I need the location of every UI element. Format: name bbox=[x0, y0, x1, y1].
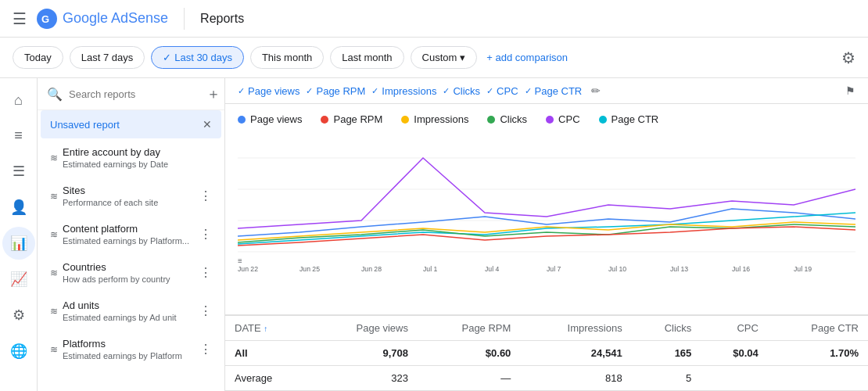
custom-button[interactable]: Custom ▾ bbox=[411, 46, 478, 69]
sidebar-search-area: 🔍 ＋ bbox=[38, 78, 224, 110]
ad-units-more-icon[interactable]: ⋮ bbox=[199, 303, 212, 318]
cell-all-page-rpm: $0.60 bbox=[418, 341, 520, 366]
col-header-clicks[interactable]: Clicks bbox=[632, 316, 701, 341]
cell-avg-page-views: 323 bbox=[310, 366, 418, 391]
sites-sub: Performance of each site bbox=[63, 198, 199, 207]
svg-text:Jul 1: Jul 1 bbox=[423, 265, 437, 273]
svg-text:Jul 4: Jul 4 bbox=[485, 265, 499, 273]
cell-avg-page-ctr bbox=[768, 366, 868, 391]
nav-globe-icon[interactable]: 🌐 bbox=[2, 335, 35, 368]
cell-all-date: All bbox=[225, 341, 310, 366]
svg-text:Jul 19: Jul 19 bbox=[794, 265, 812, 273]
svg-text:Jul 10: Jul 10 bbox=[608, 265, 626, 273]
wave-icon-6: ≋ bbox=[50, 344, 58, 355]
col-header-impressions[interactable]: Impressions bbox=[520, 316, 631, 341]
sidebar-item-content-platform[interactable]: ≋ Content platform Estimated earnings by… bbox=[41, 215, 221, 253]
ad-units-label: Ad units bbox=[63, 300, 199, 311]
platforms-more-icon[interactable]: ⋮ bbox=[199, 342, 212, 357]
platforms-label: Platforms bbox=[63, 338, 199, 350]
close-report-icon[interactable]: ✕ bbox=[203, 118, 212, 131]
cell-avg-page-rpm: — bbox=[418, 366, 520, 391]
nav-menu-icon[interactable]: ☰ bbox=[5, 155, 33, 188]
svg-text:Jul 7: Jul 7 bbox=[547, 265, 561, 273]
settings-icon[interactable]: ⚙ bbox=[841, 48, 855, 67]
sidebar-item-unsaved-report[interactable]: Unsaved report ✕ bbox=[41, 110, 221, 138]
col-header-page-views[interactable]: Page views bbox=[310, 316, 418, 341]
cell-all-page-views: 9,708 bbox=[310, 341, 418, 366]
legend-dot-impressions bbox=[401, 116, 409, 124]
countries-more-icon[interactable]: ⋮ bbox=[199, 265, 212, 280]
svg-text:Jul 13: Jul 13 bbox=[670, 265, 688, 273]
legend-page-ctr: Page CTR bbox=[599, 113, 659, 125]
chart-container: Jun 22 Jun 25 Jun 28 Jul 1 Jul 4 Jul 7 J… bbox=[225, 135, 868, 314]
logo-icon: G bbox=[36, 8, 58, 30]
platforms-sub: Estimated earnings by Platform bbox=[63, 351, 199, 361]
chart-svg: Jun 22 Jun 25 Jun 28 Jul 1 Jul 4 Jul 7 J… bbox=[238, 135, 855, 275]
table-row-all: All 9,708 $0.60 24,541 165 $0.04 1.70% bbox=[225, 341, 868, 366]
sidebar: 🔍 ＋ Unsaved report ✕ ≋ Entire account by… bbox=[38, 78, 225, 391]
add-report-icon[interactable]: ＋ bbox=[206, 84, 221, 103]
sidebar-item-ad-units[interactable]: ≋ Ad units Estimated earnings by Ad unit… bbox=[41, 292, 221, 330]
legend-dot-cpc bbox=[546, 116, 554, 124]
legend-dot-clicks bbox=[487, 116, 495, 124]
header-divider bbox=[184, 8, 185, 30]
chip-clicks[interactable]: Clicks bbox=[443, 85, 480, 97]
chart-legend: Page views Page RPM Impressions Clicks C… bbox=[225, 104, 868, 135]
add-comparison-button[interactable]: + add comparison bbox=[486, 52, 568, 63]
this-month-button[interactable]: This month bbox=[250, 46, 324, 69]
menu-icon[interactable]: ☰ bbox=[13, 9, 27, 28]
nav-settings-icon[interactable]: ⚙ bbox=[5, 299, 33, 332]
logo-area: G Google AdSense bbox=[36, 8, 168, 30]
chip-page-views[interactable]: Page views bbox=[238, 85, 299, 97]
legend-impressions: Impressions bbox=[401, 113, 468, 125]
col-header-cpc[interactable]: CPC bbox=[701, 316, 768, 341]
search-icon: 🔍 bbox=[47, 87, 63, 102]
main-layout: ⌂ ≡ ☰ 👤 📊 📈 ⚙ 🌐 🔍 ＋ Unsaved report ✕ bbox=[0, 78, 868, 391]
cell-avg-date: Average bbox=[225, 366, 310, 391]
sidebar-item-platforms[interactable]: ≋ Platforms Estimated earnings by Platfo… bbox=[41, 330, 221, 368]
cell-avg-impressions: 818 bbox=[520, 366, 631, 391]
sort-icon: ↑ bbox=[264, 325, 267, 333]
svg-text:Jun 28: Jun 28 bbox=[361, 265, 382, 273]
countries-label: Countries bbox=[63, 261, 199, 273]
nav-list-icon[interactable]: ≡ bbox=[6, 120, 30, 152]
sidebar-item-entire-account[interactable]: ≋ Entire account by day Estimated earnin… bbox=[41, 138, 221, 177]
col-header-page-ctr[interactable]: Page CTR bbox=[768, 316, 868, 341]
last-7-days-button[interactable]: Last 7 days bbox=[70, 46, 145, 69]
legend-page-rpm: Page RPM bbox=[321, 113, 382, 125]
last-month-button[interactable]: Last month bbox=[330, 46, 404, 69]
sidebar-item-countries[interactable]: ≋ Countries How ads perform by country ⋮ bbox=[41, 253, 221, 292]
col-header-page-rpm[interactable]: Page RPM bbox=[418, 316, 520, 341]
countries-sub: How ads perform by country bbox=[63, 274, 199, 284]
col-header-date[interactable]: DATE ↑ bbox=[225, 316, 310, 341]
sites-label: Sites bbox=[63, 185, 199, 196]
chip-impressions[interactable]: Impressions bbox=[371, 85, 436, 97]
left-sidebar: ⌂ ≡ ☰ 👤 📊 📈 ⚙ 🌐 bbox=[0, 78, 38, 391]
wave-icon: ≋ bbox=[50, 152, 58, 163]
sites-more-icon[interactable]: ⋮ bbox=[199, 188, 212, 203]
last-30-days-button[interactable]: Last 30 days bbox=[151, 46, 244, 69]
legend-cpc: CPC bbox=[546, 113, 579, 125]
cell-all-impressions: 24,541 bbox=[520, 341, 631, 366]
content-platform-more-icon[interactable]: ⋮ bbox=[199, 227, 212, 242]
logo-text: Google AdSense bbox=[63, 10, 168, 27]
content-area: Page views Page RPM Impressions Clicks C… bbox=[225, 78, 868, 391]
chip-page-rpm[interactable]: Page RPM bbox=[306, 85, 365, 97]
wave-icon-5: ≋ bbox=[50, 306, 58, 317]
sidebar-item-sites[interactable]: ≋ Sites Performance of each site ⋮ bbox=[41, 177, 221, 215]
search-input[interactable] bbox=[69, 88, 200, 100]
content-platform-label: Content platform bbox=[63, 223, 199, 235]
data-table: DATE ↑ Page views Page RPM Impressions C… bbox=[225, 315, 868, 391]
edit-chips-icon[interactable]: ✏ bbox=[591, 84, 601, 97]
chevron-down-icon: ▾ bbox=[460, 52, 465, 63]
nav-user-icon[interactable]: 👤 bbox=[2, 191, 35, 224]
nav-chart-icon[interactable]: 📊 bbox=[2, 227, 35, 260]
today-button[interactable]: Today bbox=[13, 46, 63, 69]
wave-icon-4: ≋ bbox=[50, 267, 58, 278]
nav-home-icon[interactable]: ⌂ bbox=[6, 84, 30, 117]
filter-toggle-icon[interactable]: ⚑ bbox=[845, 84, 855, 97]
nav-trends-icon[interactable]: 📈 bbox=[2, 263, 35, 296]
chip-cpc[interactable]: CPC bbox=[486, 85, 518, 97]
legend-dot-page-views bbox=[238, 116, 246, 124]
chip-page-ctr[interactable]: Page CTR bbox=[525, 85, 583, 97]
